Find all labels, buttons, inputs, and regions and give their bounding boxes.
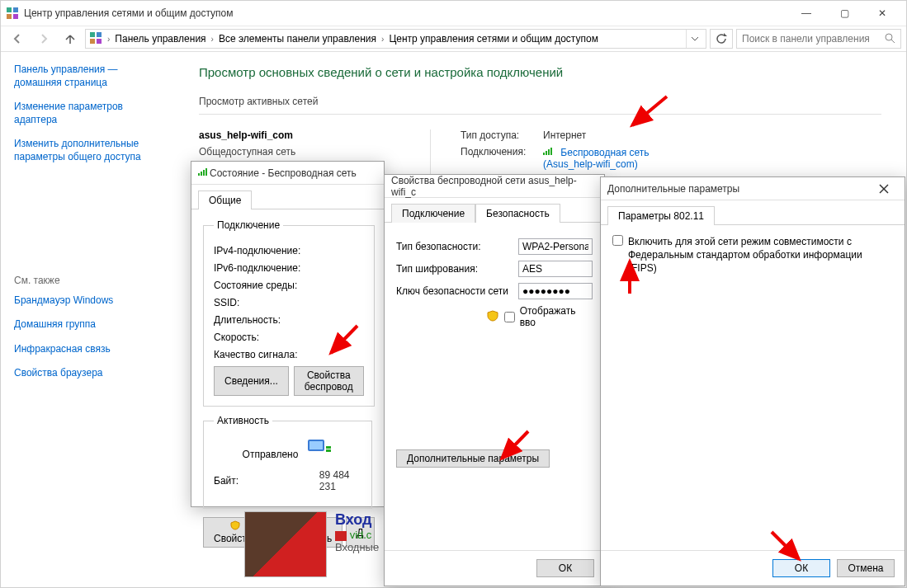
titlebar: Центр управления сетями и общим доступом… <box>1 1 906 26</box>
security-key-label: Ключ безопасности сети <box>396 285 518 297</box>
svg-rect-13 <box>550 148 552 155</box>
close-button[interactable] <box>870 181 898 197</box>
access-type-label: Тип доступа: <box>461 129 543 141</box>
svg-rect-0 <box>7 7 12 12</box>
connections-label: Подключения: <box>461 146 543 170</box>
security-type-label: Тип безопасности: <box>396 241 518 252</box>
app-icon <box>6 7 19 20</box>
network-profile: Общедоступная сеть <box>199 146 295 158</box>
crumb-all[interactable]: Все элементы панели управления <box>219 33 376 45</box>
link-firewall[interactable]: Брандмауэр Windows <box>14 294 161 308</box>
cp-icon <box>89 31 102 47</box>
svg-rect-29 <box>335 531 347 541</box>
connection-link[interactable]: Беспроводная сеть(Asus_help-wifi_com) <box>543 147 650 170</box>
tab-general[interactable]: Общие <box>198 191 252 209</box>
svg-rect-21 <box>326 449 331 452</box>
svg-rect-12 <box>548 149 550 155</box>
status-dialog-title: Состояние - Беспроводная сеть <box>210 167 377 179</box>
show-characters-checkbox[interactable] <box>504 312 515 322</box>
fips-checkbox[interactable] <box>612 235 623 246</box>
svg-rect-20 <box>309 441 323 449</box>
details-button[interactable]: Сведения... <box>214 366 289 396</box>
divider <box>199 114 881 115</box>
svg-rect-5 <box>97 32 102 37</box>
wireless-properties-button[interactable]: Свойства беспровод <box>294 366 364 396</box>
fips-label: Включить для этой сети режим совместимос… <box>628 235 893 275</box>
ad-domain: vid.c <box>335 529 371 541</box>
see-also-label: См. также <box>14 275 161 286</box>
status-dialog: Состояние - Беспроводная сеть Общие Подк… <box>191 161 385 507</box>
svg-rect-6 <box>90 39 95 44</box>
tab-security[interactable]: Безопасность <box>475 204 560 223</box>
tab-connection[interactable]: Подключение <box>391 204 475 223</box>
search-placeholder: Поиск в панели управления <box>742 33 870 45</box>
signal-quality-label: Качество сигнала: <box>214 349 338 360</box>
advanced-dialog-titlebar: Дополнительные параметры <box>601 177 905 200</box>
ipv6-label: IPv6-подключение: <box>214 262 338 274</box>
back-button[interactable] <box>6 28 29 49</box>
activity-legend: Активность <box>214 415 272 426</box>
maximize-button[interactable]: ▢ <box>825 1 863 26</box>
duration-label: Длительность: <box>214 314 338 326</box>
ad-thumbnail[interactable] <box>244 511 327 577</box>
search-input[interactable]: Поиск в панели управления <box>736 29 901 49</box>
encryption-type-select[interactable] <box>518 261 593 277</box>
wifi-icon <box>543 146 555 158</box>
tab-80211[interactable]: Параметры 802.11 <box>607 206 715 225</box>
ad-subtitle: Входные <box>335 541 379 553</box>
encryption-type-label: Тип шифрования: <box>396 263 518 275</box>
link-homegroup[interactable]: Домашняя группа <box>14 318 161 332</box>
link-infrared[interactable]: Инфракрасная связь <box>14 343 161 356</box>
search-icon <box>884 32 895 46</box>
access-type-value: Интернет <box>543 129 586 141</box>
refresh-button[interactable] <box>710 29 733 49</box>
security-key-input[interactable] <box>518 283 593 299</box>
ad-title[interactable]: Вход <box>335 511 372 528</box>
properties-dialog: Свойства беспроводной сети asus_help-wif… <box>384 174 605 586</box>
ok-button[interactable]: ОК <box>536 559 594 577</box>
crumb-net[interactable]: Центр управления сетями и общим доступом <box>389 33 598 45</box>
svg-rect-15 <box>198 173 200 176</box>
forward-button[interactable] <box>32 28 55 49</box>
svg-rect-22 <box>326 446 331 449</box>
svg-rect-18 <box>205 168 207 176</box>
ssid-label: SSID: <box>214 297 338 308</box>
link-advanced-sharing[interactable]: Изменить дополнительные параметры общего… <box>14 138 161 163</box>
chevron-right-icon: › <box>210 35 215 44</box>
cancel-button[interactable]: Отмена <box>837 559 895 577</box>
shield-icon <box>230 520 240 533</box>
minimize-button[interactable]: — <box>787 1 825 26</box>
advanced-dialog-title: Дополнительные параметры <box>607 183 870 195</box>
svg-rect-1 <box>13 7 18 12</box>
link-browser[interactable]: Свойства браузера <box>14 367 161 380</box>
security-type-select[interactable] <box>518 238 593 255</box>
close-button[interactable]: ✕ <box>863 1 901 26</box>
svg-rect-16 <box>201 172 202 176</box>
ipv4-label: IPv4-подключение: <box>214 245 338 256</box>
svg-rect-17 <box>203 170 205 176</box>
ok-button[interactable]: ОК <box>772 559 830 577</box>
sent-label: Отправлено <box>243 449 299 460</box>
crumb-cp[interactable]: Панель управления <box>115 33 205 45</box>
breadcrumb[interactable]: › Панель управления › Все элементы панел… <box>85 29 706 49</box>
toolbar: › Панель управления › Все элементы панел… <box>1 26 906 52</box>
breadcrumb-dropdown[interactable] <box>686 29 702 49</box>
svg-rect-3 <box>13 14 18 19</box>
bytes-sent-value: 89 484 231 <box>319 469 361 492</box>
advanced-dialog: Дополнительные параметры Параметры 802.1… <box>600 176 905 586</box>
window-title: Центр управления сетями и общим доступом <box>24 7 787 19</box>
advanced-settings-button[interactable]: Дополнительные параметры <box>396 449 550 468</box>
up-button[interactable] <box>59 28 82 49</box>
svg-rect-10 <box>543 153 545 155</box>
svg-line-9 <box>891 40 895 43</box>
pc-icon <box>306 449 333 460</box>
properties-dialog-titlebar: Свойства беспроводной сети asus_help-wif… <box>385 175 604 198</box>
network-name: asus_help-wifi_com <box>199 129 430 141</box>
sidebar: Панель управления — домашняя страница Из… <box>1 52 174 587</box>
media-state-label: Состояние среды: <box>214 280 338 291</box>
link-cp-home[interactable]: Панель управления — домашняя страница <box>14 64 161 89</box>
bytes-label: Байт: <box>214 475 319 487</box>
link-adapter-settings[interactable]: Изменение параметров адаптера <box>14 101 161 126</box>
shield-icon <box>487 310 498 324</box>
speed-label: Скорость: <box>214 332 338 343</box>
